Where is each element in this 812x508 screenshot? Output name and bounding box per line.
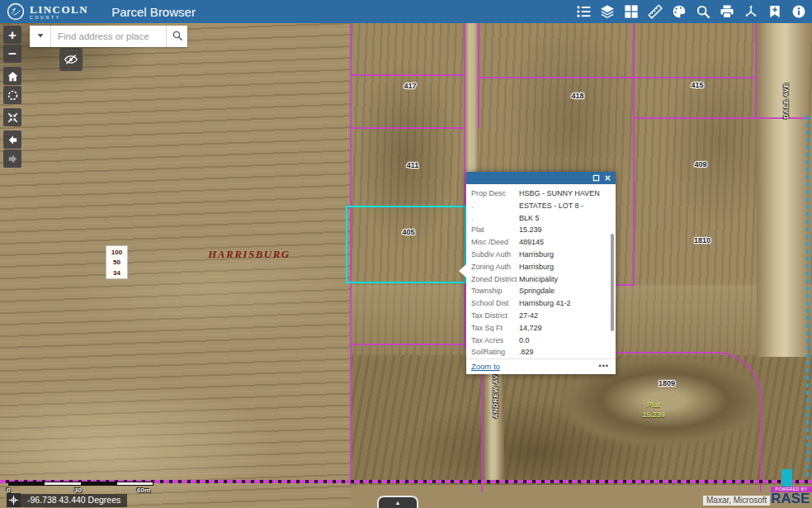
popup-row: Prop DescHSBG - SUNNY HAVEN: [471, 188, 607, 200]
search-button[interactable]: [166, 26, 187, 47]
arrow-right-icon: [5, 153, 20, 165]
page-title: Parcel Browser: [111, 5, 196, 19]
measure-icon[interactable]: [647, 3, 663, 20]
coordinates-readout: -96.738 43.440 Degrees: [21, 494, 127, 507]
popup-row: Zoning AuthHarrisburg: [471, 261, 607, 273]
zoom-to-link[interactable]: Zoom to: [471, 362, 500, 371]
map-controls: + −: [3, 26, 21, 172]
home-button[interactable]: [3, 67, 21, 85]
legend-icon[interactable]: [575, 3, 592, 20]
logo-line1: LINCOLN: [30, 4, 88, 15]
attribute-table-toggle[interactable]: ▲: [377, 496, 418, 508]
search-source-dropdown[interactable]: [30, 26, 51, 47]
parcel-boundary-line: [633, 23, 635, 286]
popup-row-label: Misc /Deed: [471, 238, 519, 247]
map-canvas[interactable]: HARRISBURG 100 50 34 Plat 15.239 4174114…: [0, 0, 812, 508]
popup-row-value: Springdale: [519, 287, 607, 296]
parcel-browser-app: HARRISBURG 100 50 34 Plat 15.239 4174114…: [0, 0, 812, 508]
popup-rows: Prop DescHSBG - SUNNY HAVEN.ESTATES - LO…: [471, 188, 607, 358]
my-location-button[interactable]: [3, 86, 21, 104]
search-input[interactable]: [51, 26, 166, 47]
popup-close-button[interactable]: [604, 174, 611, 182]
popup-row-value: 0.0: [519, 336, 607, 345]
parcel-boundary-line: [755, 23, 757, 119]
logo-text: LINCOLN COUNTY: [30, 4, 88, 20]
popup-row-label: .: [471, 202, 519, 211]
popup-row-label: Prop Desc: [471, 189, 519, 198]
scale-tick: 60m: [137, 487, 150, 494]
popup-footer: Zoom to •••: [466, 358, 616, 374]
previous-extent-button[interactable]: [3, 131, 21, 149]
popup-row: School DistHarrisburg 41-2: [471, 297, 607, 310]
nav-group: [3, 131, 21, 168]
popup-row: Tax Sq Ft14,729: [471, 322, 607, 335]
popup-row-value: ESTATES - LOT 8 -: [519, 202, 607, 211]
popup-row-value: BLK 5: [519, 214, 607, 223]
map-attribution: Maxar, Microsoft: [703, 496, 770, 506]
zoom-in-button[interactable]: +: [3, 26, 21, 44]
brand-name: RASE: [771, 491, 812, 506]
add-bookmark-icon[interactable]: [767, 3, 783, 20]
city-limit-line: [806, 116, 809, 482]
popup-row-value: 27-42: [519, 311, 607, 320]
popup-row-label: Tax District: [471, 311, 519, 320]
next-extent-button[interactable]: [3, 150, 21, 168]
popup-row: Plat15.239: [471, 224, 607, 236]
popup-more-button[interactable]: •••: [599, 363, 609, 370]
parcel-boundary-line: [478, 77, 757, 78]
popup-row-value: 14,729: [519, 324, 607, 333]
coordinates-crosshair-button[interactable]: [7, 493, 21, 507]
share-icon[interactable]: [743, 3, 759, 20]
popup-body: Prop DescHSBG - SUNNY HAVEN.ESTATES - LO…: [466, 184, 616, 358]
draw-icon[interactable]: [671, 3, 687, 20]
app-header: LINCOLN COUNTY Parcel Browser: [0, 0, 812, 23]
basemap-gallery-icon[interactable]: [623, 3, 640, 20]
extent-group: [3, 108, 21, 126]
layers-icon[interactable]: [599, 3, 616, 20]
dale-ave-road: [757, 23, 808, 357]
arrow-left-icon: [5, 134, 20, 146]
header-toolbar: [575, 3, 807, 20]
popup-row-label: School Dist: [471, 299, 519, 308]
zoom-out-button[interactable]: −: [3, 45, 21, 63]
popup-row-value: Harrisburg: [519, 263, 607, 272]
home-icon: [5, 70, 20, 83]
lincoln-county-logo-icon: [7, 2, 25, 21]
popup-scrollbar[interactable]: [611, 234, 614, 331]
popup-row-label: Subdiv Auth: [471, 250, 519, 259]
popup-row-label: Plat: [471, 226, 519, 235]
info-icon[interactable]: [791, 3, 807, 20]
popup-row-label: SoilRating: [471, 348, 519, 357]
popup-pointer: [459, 264, 466, 278]
selected-parcel-highlight[interactable]: [346, 206, 466, 283]
popup-row: SoilRating.829: [471, 346, 607, 358]
popup-row-value: Municipality: [519, 275, 607, 284]
popup-row: Tax Acres0.0: [471, 335, 607, 347]
parcel-boundary-line: [633, 117, 809, 119]
toggle-visibility-button[interactable]: [59, 48, 83, 71]
search-icon[interactable]: [695, 3, 711, 20]
plus-icon: +: [5, 27, 20, 42]
popup-row-label: Zoned District: [471, 275, 519, 284]
popup-row: Zoned DistrictMunicipality: [471, 273, 607, 286]
popup-maximize-button[interactable]: [592, 174, 600, 182]
locate-icon: [5, 89, 20, 102]
popup-row-label: Tax Acres: [471, 336, 519, 345]
popup-row-label: Tax Sq Ft: [471, 324, 519, 333]
popup-row: .BLK 5: [471, 212, 607, 225]
popup-row-value: 15.239: [519, 226, 607, 235]
popup-row: Subdiv AuthHarrisburg: [471, 249, 607, 261]
popup-row-label: Zoning Auth: [471, 263, 519, 272]
crosshair-icon: [8, 495, 19, 506]
parcel-info-popup: Prop DescHSBG - SUNNY HAVEN.ESTATES - LO…: [466, 172, 616, 374]
parcel-boundary-line: [464, 282, 465, 349]
popup-header[interactable]: [466, 172, 616, 184]
minus-icon: −: [5, 46, 20, 61]
print-icon[interactable]: [719, 3, 735, 20]
logo-line2: COUNTY: [30, 16, 88, 20]
coordinates-widget: -96.738 43.440 Degrees: [7, 493, 127, 507]
maximize-icon: [592, 174, 600, 182]
collapse-extent-button[interactable]: [3, 108, 21, 126]
popup-row-value: HSBG - SUNNY HAVEN: [519, 189, 607, 198]
home-locate-group: [3, 67, 21, 104]
